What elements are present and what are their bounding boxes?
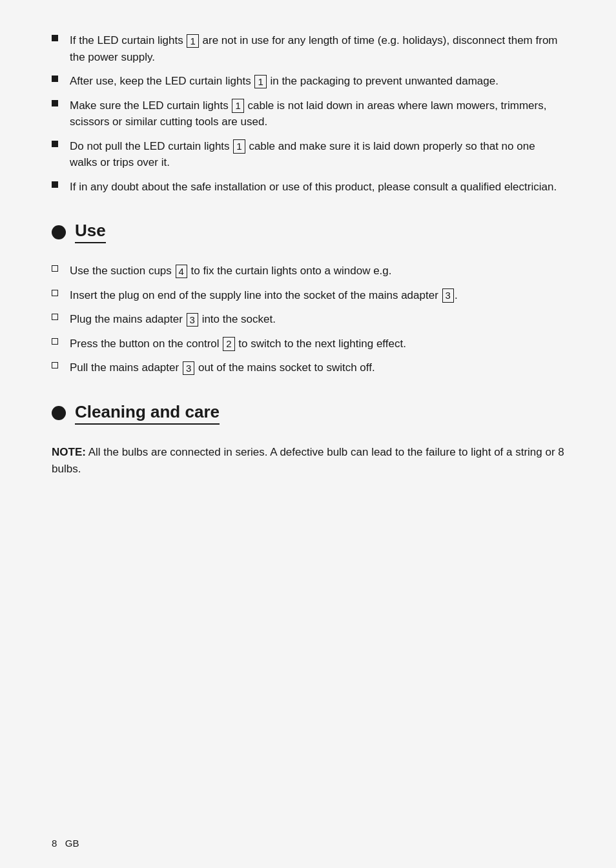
- list-item: If in any doubt about the safe installat…: [52, 179, 564, 196]
- list-item-text: If the LED curtain lights 1 are not in u…: [70, 32, 564, 65]
- list-item-text: Press the button on the control 2 to swi…: [70, 336, 564, 352]
- list-item-text: After use, keep the LED curtain lights 1…: [70, 73, 564, 90]
- list-item-text: Use the suction cups 4 to fix the curtai…: [70, 263, 564, 279]
- footer-page-number: 8: [52, 838, 57, 849]
- filled-bullet-icon: [52, 181, 70, 190]
- ref-box-8: 2: [223, 337, 234, 351]
- list-item-text: Pull the mains adapter 3 out of the main…: [70, 359, 564, 376]
- ref-box-6: 3: [442, 288, 454, 303]
- safety-bullet-list: If the LED curtain lights 1 are not in u…: [52, 32, 564, 195]
- list-item: Make sure the LED curtain lights 1 cable…: [52, 97, 564, 130]
- list-item-text: If in any doubt about the safe installat…: [70, 179, 564, 196]
- filled-bullet-icon: [52, 75, 70, 85]
- list-item: Do not pull the LED curtain lights 1 cab…: [52, 138, 564, 171]
- ref-box-2: 1: [254, 75, 266, 89]
- list-item: Plug the mains adapter 3 into the socket…: [52, 311, 564, 328]
- list-item-text: Make sure the LED curtain lights 1 cable…: [70, 97, 564, 130]
- list-item-text: Plug the mains adapter 3 into the socket…: [70, 311, 564, 328]
- empty-bullet-icon: [52, 313, 70, 323]
- use-bullet-list: Use the suction cups 4 to fix the curtai…: [52, 263, 564, 376]
- ref-box-7: 3: [187, 313, 198, 327]
- list-item: Use the suction cups 4 to fix the curtai…: [52, 263, 564, 279]
- filled-bullet-icon: [52, 140, 70, 150]
- filled-bullet-icon: [52, 99, 70, 109]
- note-body: All the bulbs are connected in series. A…: [52, 446, 564, 475]
- filled-bullet-icon: [52, 34, 70, 44]
- ref-box-4: 1: [233, 139, 245, 154]
- ref-box-5: 4: [176, 265, 187, 279]
- section-bullet-icon: [52, 406, 66, 420]
- empty-bullet-icon: [52, 265, 70, 274]
- footer-language: GB: [65, 838, 79, 849]
- list-item: After use, keep the LED curtain lights 1…: [52, 73, 564, 90]
- list-item: Press the button on the control 2 to swi…: [52, 336, 564, 352]
- cleaning-heading: Cleaning and care: [75, 402, 220, 425]
- empty-bullet-icon: [52, 338, 70, 347]
- list-item-text: Insert the plug on end of the supply lin…: [70, 287, 564, 304]
- ref-box-3: 1: [232, 99, 243, 113]
- use-section-heading: Use: [52, 221, 564, 243]
- note-paragraph: NOTE: All the bulbs are connected in ser…: [52, 444, 564, 478]
- ref-box-9: 3: [183, 361, 194, 376]
- empty-bullet-icon: [52, 289, 70, 299]
- list-item: Insert the plug on end of the supply lin…: [52, 287, 564, 304]
- cleaning-section-heading: Cleaning and care: [52, 402, 564, 425]
- list-item-text: Do not pull the LED curtain lights 1 cab…: [70, 138, 564, 171]
- ref-box-1: 1: [187, 34, 198, 48]
- empty-bullet-icon: [52, 361, 70, 371]
- section-bullet-icon: [52, 225, 66, 239]
- page: If the LED curtain lights 1 are not in u…: [0, 0, 616, 868]
- note-label: NOTE:: [52, 446, 86, 458]
- footer: 8 GB: [52, 838, 79, 849]
- list-item: Pull the mains adapter 3 out of the main…: [52, 359, 564, 376]
- list-item: If the LED curtain lights 1 are not in u…: [52, 32, 564, 65]
- use-heading: Use: [75, 221, 106, 243]
